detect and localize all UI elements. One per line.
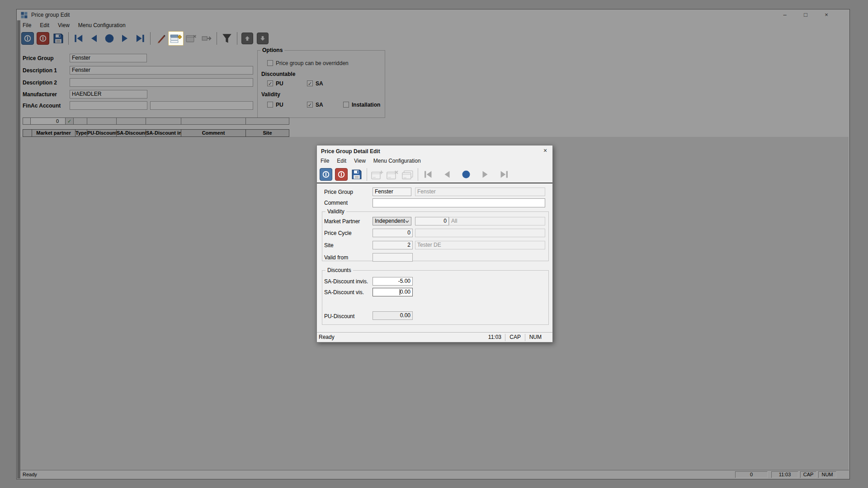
- form-add-disabled-icon: [371, 169, 383, 180]
- dialog-comment-field[interactable]: [373, 198, 545, 207]
- validity-label: Validity: [261, 91, 280, 98]
- detail-add-button[interactable]: [168, 31, 184, 46]
- validity-installation-checkbox[interactable]: [343, 102, 349, 108]
- nav-first-button[interactable]: [71, 31, 86, 46]
- dialog-nav-record-button[interactable]: [458, 167, 474, 182]
- sa-discount-vis-value: 0.00: [400, 288, 410, 296]
- validity-pu-checkbox[interactable]: [267, 102, 273, 108]
- close-button[interactable]: ×: [819, 10, 834, 19]
- status-cap: CAP: [800, 471, 816, 478]
- app-icon: [21, 12, 28, 19]
- market-partner-selected: Independent: [375, 218, 405, 224]
- sa-discount-invis-field[interactable]: -5.00: [373, 277, 413, 286]
- move-up-button[interactable]: [240, 31, 255, 46]
- nav-next-button[interactable]: [117, 31, 132, 46]
- dialog-price-group-field[interactable]: Fenster: [373, 188, 411, 196]
- dialog-menu-edit[interactable]: Edit: [337, 158, 346, 164]
- dialog-status-bar: Ready 11:03 CAP NUM: [317, 332, 552, 342]
- market-partner-number-field[interactable]: 0: [415, 217, 449, 225]
- restore-button[interactable]: □: [798, 10, 813, 19]
- dialog-nav-previous-button[interactable]: [439, 167, 455, 182]
- go-to-button-disabled[interactable]: [199, 31, 214, 46]
- options-group-label: Options: [260, 47, 284, 53]
- column-header-comment[interactable]: Comment: [181, 129, 246, 137]
- pu-discount-label: PU-Discount: [324, 313, 354, 319]
- description1-field[interactable]: Fenster: [70, 66, 253, 75]
- sa-discount-vis-label: SA-Discount vis.: [324, 289, 364, 296]
- dialog-add-button-disabled[interactable]: [369, 167, 385, 182]
- edit-pen-button[interactable]: [153, 31, 168, 46]
- menu-view[interactable]: View: [58, 22, 70, 28]
- menu-edit[interactable]: Edit: [40, 22, 49, 28]
- dialog-close-button[interactable]: ×: [541, 147, 550, 155]
- finac-account-field[interactable]: [70, 101, 147, 110]
- filter-count-field[interactable]: 0: [30, 117, 66, 125]
- dialog-save-button[interactable]: [349, 167, 364, 182]
- dialog-delete-button-disabled[interactable]: [385, 167, 400, 182]
- site-field[interactable]: 2: [373, 241, 413, 249]
- column-header-sa-discount-inv[interactable]: SA-Discount inv: [146, 129, 181, 137]
- dialog-status-cap: CAP: [509, 334, 521, 340]
- valid-from-field[interactable]: [373, 253, 413, 262]
- filter-cell[interactable]: [73, 117, 87, 125]
- ok-button[interactable]: [20, 31, 35, 46]
- save-button[interactable]: [51, 31, 66, 46]
- dialog-nav-next-button[interactable]: [477, 167, 493, 182]
- dialog-menu-view[interactable]: View: [354, 158, 366, 164]
- market-partner-text-field: All: [449, 217, 545, 225]
- column-header-pu-discount[interactable]: PU-Discount: [87, 129, 117, 137]
- price-cycle-field[interactable]: 0: [373, 229, 413, 237]
- form-edit-button-disabled[interactable]: [184, 31, 199, 46]
- filter-cell[interactable]: [146, 117, 181, 125]
- column-header-site[interactable]: Site: [245, 129, 289, 137]
- description1-label: Description 1: [23, 67, 57, 74]
- sa-discount-invis-label: SA-Discount invis.: [324, 278, 368, 285]
- override-checkbox[interactable]: [267, 60, 273, 66]
- validity-sa-checkbox[interactable]: ✓: [307, 102, 313, 108]
- finac-account-text-field[interactable]: [150, 101, 253, 110]
- filter-check-dropdown[interactable]: ✓: [65, 117, 74, 125]
- dialog-cancel-button[interactable]: [334, 167, 349, 182]
- filter-cell[interactable]: [181, 117, 246, 125]
- menu-file[interactable]: File: [23, 22, 31, 28]
- sa-discount-vis-field[interactable]: 0.00: [373, 288, 413, 296]
- nav-next-icon: [480, 169, 490, 179]
- nav-record-icon: [461, 169, 471, 179]
- column-header-type[interactable]: Type: [75, 129, 87, 137]
- nav-previous-button[interactable]: [86, 31, 102, 46]
- column-header-sa-discount[interactable]: SA-Discount: [116, 129, 146, 137]
- column-header-market-partner[interactable]: Market partner: [32, 129, 75, 137]
- desktop: Price group Edit – □ × File Edit View Me…: [0, 0, 868, 488]
- minimize-button[interactable]: –: [777, 10, 793, 19]
- column-header-selector[interactable]: [23, 129, 32, 137]
- dialog-status-time: 11:03: [488, 334, 501, 340]
- ok-power-icon: [21, 32, 34, 45]
- nav-first-icon: [73, 33, 84, 44]
- dialog-nav-first-button[interactable]: [420, 167, 436, 182]
- filter-cell[interactable]: [87, 117, 117, 125]
- nav-last-button[interactable]: [132, 31, 148, 46]
- filter-button[interactable]: [219, 31, 235, 46]
- dialog-copy-button-disabled[interactable]: [400, 167, 415, 182]
- discountable-sa-checkbox[interactable]: ✓: [307, 80, 313, 86]
- menu-configuration[interactable]: Menu Configuration: [78, 22, 126, 28]
- dialog-menu-configuration[interactable]: Menu Configuration: [373, 158, 421, 164]
- move-down-button[interactable]: [255, 31, 270, 46]
- discountable-pu-checkbox[interactable]: ✓: [267, 80, 273, 86]
- dialog-nav-last-button[interactable]: [496, 167, 512, 182]
- description2-field[interactable]: [70, 78, 253, 87]
- validity-installation-label: Installation: [352, 102, 380, 108]
- manufacturer-label: Manufacturer: [23, 91, 57, 98]
- manufacturer-field[interactable]: HAENDLER: [70, 90, 147, 99]
- cancel-power-icon: [335, 168, 348, 181]
- price-group-field[interactable]: Fenster: [70, 54, 147, 62]
- nav-record-button[interactable]: [102, 31, 117, 46]
- filter-row-selector[interactable]: [23, 117, 31, 125]
- filter-cell[interactable]: [245, 117, 289, 125]
- market-partner-dropdown[interactable]: Independent: [373, 217, 411, 225]
- filter-cell[interactable]: [116, 117, 146, 125]
- cancel-button[interactable]: [35, 31, 51, 46]
- filter-funnel-icon: [221, 33, 233, 44]
- dialog-menu-file[interactable]: File: [321, 158, 329, 164]
- dialog-ok-button[interactable]: [318, 167, 334, 182]
